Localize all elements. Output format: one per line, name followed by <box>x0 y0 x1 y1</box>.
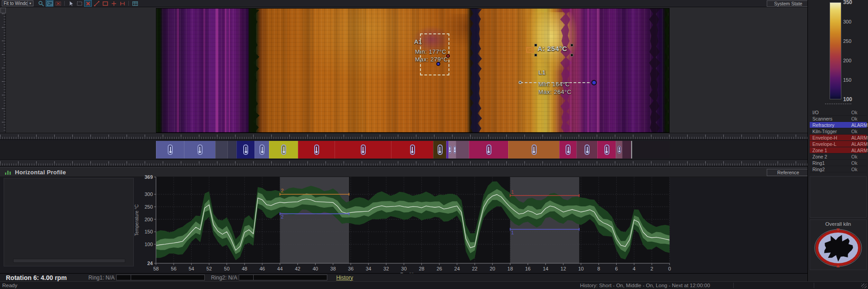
y-tick-label: 24 <box>147 261 153 266</box>
thermometer-alarm-icon <box>585 144 590 155</box>
zoom-icon[interactable] <box>37 0 45 7</box>
x-tick-label: 56 <box>171 266 176 271</box>
status-row-ring1[interactable]: Ring1Ok <box>810 160 867 166</box>
measure-area-icon[interactable] <box>101 0 109 7</box>
statusbar-separator <box>733 283 734 288</box>
status-row-i-o[interactable]: I/OOk <box>810 109 867 116</box>
zone-segment[interactable] <box>508 141 559 158</box>
selection-handle[interactable] <box>571 44 573 47</box>
thermometer-alarm-icon <box>198 144 203 155</box>
thermometer-alarm-icon <box>259 144 264 155</box>
y-tick-label: 300 <box>145 191 153 197</box>
zone-segment[interactable] <box>469 141 508 158</box>
temperature-colorbar <box>830 2 841 99</box>
zone-segment[interactable] <box>576 141 597 158</box>
colorbar-tick-label: 150 <box>843 77 851 83</box>
zone-segment[interactable] <box>184 141 215 158</box>
line-l1-end-handle[interactable] <box>591 80 597 85</box>
status-row-refractory[interactable]: RefractoryALARM <box>810 122 867 128</box>
zone-segment[interactable] <box>335 141 391 158</box>
pointer-icon[interactable] <box>67 0 75 7</box>
colorbar-labels: 350300250200150100 <box>843 2 861 99</box>
thermometer-alarm-icon <box>410 144 415 155</box>
zone-segment[interactable] <box>456 141 469 158</box>
status-row-label: I/O <box>812 109 819 116</box>
zone-segment[interactable] <box>448 141 456 158</box>
zone-strip-row <box>0 140 807 159</box>
thermometer-alarm-icon <box>532 144 537 155</box>
line-l1-start-handle[interactable] <box>519 81 522 84</box>
x-tick-label: 12 <box>561 266 566 271</box>
x-tick-label: 34 <box>366 266 371 271</box>
status-row-zone-1[interactable]: Zone 1ALARM <box>810 147 867 154</box>
line-l1-max: Max: 264°C <box>538 89 571 95</box>
zone-segment[interactable] <box>632 141 670 158</box>
status-row-label: Scanners <box>812 116 832 122</box>
thermal-image[interactable]: A1 Min: 177°C Max: 279°C A: 254°C L1 Min… <box>156 8 670 133</box>
spot-a-label[interactable]: A: 254°C <box>538 45 567 52</box>
history-link[interactable]: History <box>336 275 353 281</box>
dropdown-chevron-icon[interactable] <box>28 0 33 6</box>
line-l1-min: Min: 164°C <box>538 81 570 88</box>
status-row-kiln-trigger[interactable]: Kiln-TriggerOk <box>810 128 867 135</box>
selection-handle[interactable] <box>534 44 537 47</box>
zone-segment[interactable] <box>391 141 433 158</box>
colorbar-tick-label: 200 <box>843 58 851 63</box>
y-tick-label: 200 <box>145 217 153 222</box>
status-row-value: ALARM <box>851 147 868 154</box>
zone-segment[interactable] <box>156 141 184 158</box>
y-tick-label: 150 <box>145 229 153 234</box>
zone-segment[interactable] <box>227 141 236 158</box>
thermometer-alarm-icon <box>281 144 286 155</box>
image-remove-icon[interactable] <box>54 0 62 7</box>
zone-segment[interactable] <box>559 141 576 158</box>
delete-annotation-icon[interactable] <box>84 0 92 7</box>
thermometer-alarm-icon <box>566 144 571 155</box>
zone-segment[interactable] <box>215 141 227 158</box>
ring2-progress-box[interactable] <box>254 275 327 280</box>
zone-segment[interactable] <box>597 141 616 158</box>
measure-profile-icon[interactable] <box>118 0 126 7</box>
table-icon[interactable] <box>131 0 139 7</box>
selection-handle[interactable] <box>571 54 573 56</box>
status-row-scanners[interactable]: ScannersOk <box>810 116 867 122</box>
thermometer-alarm-icon <box>618 146 621 154</box>
status-row-envelope-h[interactable]: Envelope-HALARM <box>810 135 867 141</box>
status-row-label: Ring1 <box>812 160 825 166</box>
threshold-label: 1 <box>511 189 514 195</box>
measure-line-icon[interactable] <box>93 0 100 7</box>
thermal-edge-patterns <box>156 9 670 133</box>
y-tick-label: 100 <box>145 242 153 247</box>
x-tick-label: 22 <box>472 266 477 271</box>
system-state-button[interactable]: System State <box>767 0 810 7</box>
measure-point-icon[interactable] <box>110 0 118 7</box>
resize-grip[interactable] <box>861 284 867 288</box>
ring2-value-box[interactable] <box>239 275 254 280</box>
zone-segment[interactable] <box>622 141 631 158</box>
zone-segment[interactable] <box>433 141 446 158</box>
ring1-progress-box[interactable] <box>131 275 205 280</box>
view-mode-dropdown[interactable]: Fit to Window <box>2 0 28 6</box>
status-row-zone-2[interactable]: Zone 2Ok <box>810 154 867 160</box>
horizontal-ruler <box>0 159 807 166</box>
thermal-texture <box>156 9 669 132</box>
control-bar: Rotation 6: 4.00 rpm Ring1: N/A Ring2: N… <box>0 273 868 281</box>
thermometer-alarm-icon <box>449 146 451 154</box>
image-view-icon[interactable] <box>46 0 53 7</box>
status-row-label: Ring2 <box>812 166 825 172</box>
status-row-ring2[interactable]: Ring2Ok <box>810 166 867 172</box>
zone-segment[interactable] <box>269 141 298 158</box>
marquee-select-icon[interactable] <box>75 0 83 7</box>
zone-segment[interactable] <box>255 141 269 158</box>
spot-measurement-icon[interactable] <box>526 47 534 53</box>
zone-segment[interactable] <box>298 141 335 158</box>
ring1-value-box[interactable] <box>116 275 131 280</box>
max-temp-marker <box>446 54 450 58</box>
status-row-label: Envelope-H <box>812 135 837 141</box>
selection-handle[interactable] <box>534 54 537 56</box>
ring1-label: Ring1: N/A <box>89 275 115 281</box>
zone-segment[interactable] <box>236 141 255 158</box>
status-row-envelope-l[interactable]: Envelope-LALARM <box>810 141 867 147</box>
overall-kiln-gauge[interactable] <box>813 228 863 268</box>
zone-segment[interactable] <box>616 141 622 158</box>
